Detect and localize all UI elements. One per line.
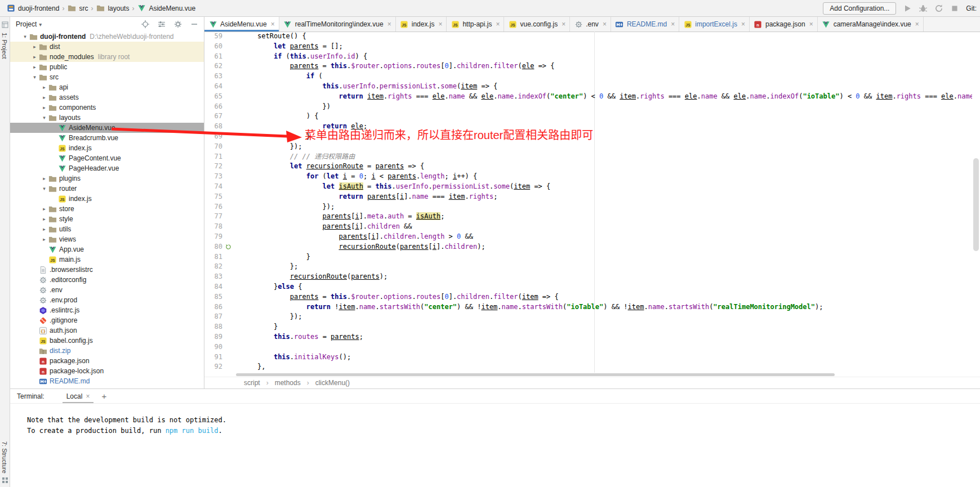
tree-item-style[interactable]: ▸style (10, 214, 204, 224)
editor-tab[interactable]: JShttp-api.js× (447, 17, 504, 32)
editor-tab[interactable]: AsideMenu.vue× (204, 17, 279, 32)
code-area[interactable]: 59setRoute() {60 let parents = [];61 if … (204, 32, 972, 373)
line-number[interactable]: 92 (204, 362, 222, 372)
scrollbar-thumb[interactable] (236, 373, 835, 376)
line-number[interactable]: 72 (204, 162, 222, 172)
close-icon[interactable]: × (438, 20, 442, 28)
tree-chevron-icon[interactable]: ▸ (31, 64, 38, 70)
tree-chevron-icon[interactable]: ▸ (41, 95, 48, 100)
tree-chevron-icon[interactable]: ▸ (41, 176, 48, 181)
tree-chevron-icon[interactable]: ▸ (41, 236, 48, 242)
close-icon[interactable]: × (86, 392, 90, 400)
editor-breadcrumb-item[interactable]: script (244, 379, 260, 387)
line-number[interactable]: 71 (204, 152, 222, 162)
tree-item-store[interactable]: ▸store (10, 204, 204, 214)
tree-item-.env.prod[interactable]: .env.prod (10, 295, 204, 305)
line-number[interactable]: 75 (204, 192, 222, 202)
filter-icon[interactable] (158, 20, 166, 28)
stop-icon[interactable] (950, 4, 959, 13)
breadcrumb-item[interactable]: layouts (94, 3, 131, 14)
line-number[interactable]: 85 (204, 292, 222, 302)
close-icon[interactable]: × (496, 20, 500, 28)
line-number[interactable]: 76 (204, 202, 222, 212)
tree-item-api[interactable]: ▸api (10, 82, 204, 92)
vertical-scrollbar[interactable] (972, 32, 980, 373)
line-number[interactable]: 91 (204, 352, 222, 363)
line-number[interactable]: 68 (204, 122, 222, 132)
editor-tab[interactable]: .env× (570, 17, 611, 32)
add-configuration-button[interactable]: Add Configuration... (823, 2, 896, 15)
editor-tab[interactable]: realTimeMonitoring\index.vue× (279, 17, 396, 32)
tree-item-babel.config.js[interactable]: JSbabel.config.js (10, 336, 204, 346)
tree-item-dist[interactable]: ▸dist (10, 42, 204, 52)
recursion-gutter-icon[interactable] (222, 242, 234, 252)
tree-chevron-icon[interactable]: ▸ (41, 226, 48, 232)
line-number[interactable]: 78 (204, 222, 222, 232)
tree-item-plugins[interactable]: ▸plugins (10, 173, 204, 184)
tree-item-dist.zip[interactable]: dist.zip (10, 346, 204, 356)
line-number[interactable]: 66 (204, 102, 222, 112)
gear-icon[interactable] (174, 20, 182, 28)
tree-item-index.js[interactable]: JSindex.js (10, 194, 204, 204)
tree-item-.editorconfig[interactable]: .editorconfig (10, 275, 204, 285)
line-number[interactable]: 59 (204, 32, 222, 42)
git-branch-label[interactable]: Git: (966, 5, 977, 12)
sync-icon[interactable] (934, 4, 943, 13)
line-number[interactable]: 62 (204, 61, 222, 72)
tree-chevron-icon[interactable]: ▸ (41, 105, 48, 110)
tree-chevron-icon[interactable]: ▾ (41, 186, 48, 191)
line-number[interactable]: 73 (204, 172, 222, 182)
line-number[interactable]: 77 (204, 212, 222, 222)
editor-tab[interactable]: JSimportExcel.js× (679, 17, 750, 32)
stripe-structure-label[interactable]: 7: Structure (1, 441, 8, 473)
project-toolwindow-icon[interactable] (2, 21, 8, 28)
line-number[interactable]: 90 (204, 342, 222, 352)
breadcrumb-item[interactable]: src (65, 3, 90, 14)
line-number[interactable]: 87 (204, 312, 222, 322)
locate-file-icon[interactable] (141, 20, 149, 28)
line-number[interactable]: 84 (204, 282, 222, 292)
tree-item-node-modules[interactable]: ▸node_moduleslibrary root (10, 52, 204, 62)
editor-tab[interactable]: README.md× (611, 17, 679, 32)
tree-item-.gitignore[interactable]: .gitignore (10, 315, 204, 325)
close-icon[interactable]: × (271, 20, 275, 28)
close-icon[interactable]: × (809, 20, 813, 28)
tree-item-layouts[interactable]: ▾layouts (10, 113, 204, 123)
tree-item-package-lock.json[interactable]: npackage-lock.json (10, 366, 204, 376)
line-number[interactable]: 60 (204, 42, 222, 52)
line-number[interactable]: 63 (204, 72, 222, 82)
new-terminal-icon[interactable]: + (101, 391, 106, 401)
tree-chevron-icon[interactable]: ▸ (41, 206, 48, 212)
breadcrumb-item[interactable]: AsideMenu.vue (135, 3, 197, 14)
tree-chevron-icon[interactable]: ▸ (41, 84, 48, 90)
tree-chevron-icon[interactable]: ▾ (31, 74, 38, 80)
close-icon[interactable]: × (741, 20, 745, 28)
tree-item-router[interactable]: ▾router (10, 184, 204, 194)
tree-item-duoji-frontend[interactable]: ▾duoji-frontendD:\zheheWeb\duoji-fronten… (10, 32, 204, 42)
editor-breadcrumb-item[interactable]: methods (275, 379, 301, 387)
tree-item-PageContent.vue[interactable]: PageContent.vue (10, 153, 204, 163)
breadcrumb-item[interactable]: duoji-frontend (5, 3, 61, 14)
tree-item-.env[interactable]: .env (10, 285, 204, 295)
tree-chevron-icon[interactable]: ▸ (31, 44, 38, 50)
tree-item-main.js[interactable]: JSmain.js (10, 254, 204, 265)
tree-item-utils[interactable]: ▸utils (10, 224, 204, 234)
run-icon[interactable] (903, 4, 912, 13)
line-number[interactable]: 64 (204, 82, 222, 92)
line-number[interactable]: 81 (204, 252, 222, 262)
tree-chevron-icon[interactable]: ▾ (41, 115, 48, 120)
line-number[interactable]: 83 (204, 272, 222, 282)
hide-panel-icon[interactable] (190, 20, 198, 28)
close-icon[interactable]: × (562, 20, 565, 28)
line-number[interactable]: 74 (204, 182, 222, 192)
tree-item-src[interactable]: ▾src (10, 72, 204, 82)
tree-item-public[interactable]: ▸public (10, 62, 204, 72)
tree-item-PageHeader.vue[interactable]: PageHeader.vue (10, 163, 204, 173)
close-icon[interactable]: × (603, 20, 607, 28)
editor-tab[interactable]: JSindex.js× (396, 17, 447, 32)
close-icon[interactable]: × (915, 20, 919, 28)
editor-tab[interactable]: cameraManage\index.vue× (818, 17, 924, 32)
close-icon[interactable]: × (387, 20, 391, 28)
line-number[interactable]: 88 (204, 322, 222, 332)
tree-item-package.json[interactable]: npackage.json (10, 356, 204, 366)
